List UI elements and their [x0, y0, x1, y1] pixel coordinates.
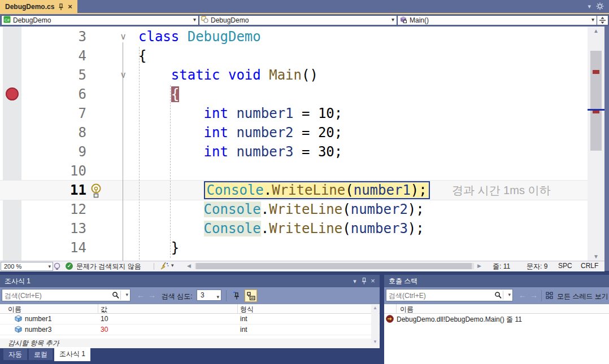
watch-row-number1[interactable]: number110int: [0, 314, 380, 324]
code-text: Console.WriteLine(number1);: [138, 181, 430, 200]
call-stack-frame-0[interactable]: DebugDemo.dll!DebugDemo.Main() 줄 11: [384, 314, 609, 324]
scroll-up-icon[interactable]: ▲: [588, 28, 604, 34]
column-divider[interactable]: [237, 304, 238, 313]
view-all-threads-button[interactable]: 모든 스레드 보기: [557, 292, 608, 301]
member-dropdown[interactable]: Main() ▾: [397, 15, 597, 25]
code-text: int number3 = 30;: [138, 142, 342, 161]
fold-collapse-icon[interactable]: ∨: [116, 65, 130, 85]
code-line-3[interactable]: 3∨class DebugDemo: [0, 27, 588, 46]
split-editor-button[interactable]: [597, 15, 608, 25]
watch-raw-view-button[interactable]: ab: [245, 290, 257, 302]
code-line-9[interactable]: 9 int number3 = 30;: [0, 142, 588, 161]
code-line-6[interactable]: 6 {: [0, 85, 588, 104]
panel-tab-1[interactable]: 로컬: [29, 349, 53, 360]
scroll-down-icon[interactable]: ▼: [371, 339, 379, 344]
code-line-4[interactable]: 4{: [0, 46, 588, 65]
zoom-level-dropdown[interactable]: 200 % ▾: [1, 262, 53, 271]
call-stack-title-bar[interactable]: 호출 스택: [384, 275, 609, 287]
code-token: [138, 106, 204, 121]
close-icon[interactable]: ×: [368, 275, 377, 287]
outline-guide-line: [123, 42, 123, 261]
search-icon[interactable]: [494, 291, 502, 301]
column-header-name: 이름: [400, 305, 414, 314]
watch-search-box[interactable]: ▾: [2, 289, 130, 301]
call-stack-search-input[interactable]: [386, 290, 486, 301]
scroll-up-icon[interactable]: ▲: [371, 305, 379, 310]
vertical-scrollbar[interactable]: ▲ ▼: [588, 27, 604, 261]
search-next-icon[interactable]: →: [148, 291, 156, 300]
watch-pin-properties-button[interactable]: [230, 290, 242, 302]
chevron-down-icon: ▾: [216, 292, 219, 302]
fold-collapse-icon[interactable]: ∨: [116, 27, 130, 46]
scrollbar-thumb[interactable]: [196, 263, 472, 269]
code-line-11[interactable]: 11 Console.WriteLine(number1);경과 시간 1ms …: [0, 181, 588, 200]
horizontal-scrollbar[interactable]: [195, 263, 474, 269]
project-dropdown[interactable]: C# DebugDemo ▾: [1, 15, 199, 25]
close-icon[interactable]: ×: [68, 3, 72, 10]
search-next-icon[interactable]: →: [530, 291, 538, 300]
search-prev-icon[interactable]: ←: [137, 291, 145, 300]
pin-icon[interactable]: [58, 3, 64, 10]
watch-toolbar: ▾ ← → 검색 심도: 3 ▾ ab: [0, 287, 380, 304]
scroll-down-icon[interactable]: ▼: [588, 253, 604, 260]
code-line-10[interactable]: 10: [0, 161, 588, 181]
pin-icon[interactable]: [359, 275, 368, 287]
code-line-5[interactable]: 5∨ static void Main(): [0, 65, 588, 85]
code-token: );: [408, 221, 424, 236]
code-token: [138, 144, 204, 160]
code-line-7[interactable]: 7 int number1 = 10;: [0, 104, 588, 123]
code-line-14[interactable]: 14 }: [0, 238, 588, 257]
chevron-down-icon[interactable]: ▾: [125, 292, 128, 297]
watch-search-input[interactable]: [2, 290, 102, 301]
scrollbar-thumb[interactable]: [590, 51, 602, 151]
watch-panel-title-bar[interactable]: 조사식 1 ▾ ×: [0, 275, 380, 287]
window-position-icon[interactable]: ▾: [350, 275, 359, 287]
watch-value-cell[interactable]: 30: [101, 326, 108, 334]
gear-icon[interactable]: [596, 2, 604, 12]
panel-tab-2[interactable]: 조사식 1: [54, 347, 90, 361]
code-token: .: [264, 182, 272, 198]
code-token: = 10;: [294, 106, 343, 121]
call-stack-title: 호출 스택: [389, 277, 417, 285]
search-icon[interactable]: [112, 291, 119, 301]
code-token: Console: [204, 201, 261, 217]
member-dropdown-value: Main(): [410, 16, 429, 24]
code-line-8[interactable]: 8 int number2 = 20;: [0, 123, 588, 142]
code-editor[interactable]: 3∨class DebugDemo4{5∨ static void Main()…: [0, 27, 588, 261]
type-dropdown[interactable]: DebugDemo ▾: [199, 15, 397, 25]
scroll-right-icon[interactable]: ▶: [477, 263, 481, 269]
code-token: [138, 67, 171, 83]
feedback-icon[interactable]: [53, 262, 61, 272]
lightbulb-icon[interactable]: [90, 183, 102, 200]
health-check-icon[interactable]: ✓: [66, 262, 73, 270]
chevron-down-icon[interactable]: ▾: [171, 262, 174, 268]
call-stack-search-box[interactable]: ▾: [386, 289, 513, 301]
chevron-down-icon[interactable]: ▾: [508, 292, 511, 297]
watch-value-cell[interactable]: 10: [101, 315, 108, 323]
window-dropdown-icon[interactable]: ▾: [588, 3, 591, 10]
line-number: 7: [21, 104, 86, 123]
scroll-left-icon[interactable]: ◀: [187, 263, 191, 269]
divider: [154, 263, 154, 270]
code-token: [261, 67, 269, 83]
watch-scrollbar[interactable]: ▲ ▼: [371, 305, 379, 345]
line-number: 11: [21, 181, 86, 200]
code-token: number2: [236, 125, 293, 141]
line-number: 4: [21, 46, 86, 65]
search-depth-dropdown[interactable]: 3 ▾: [197, 290, 221, 301]
code-line-12[interactable]: 12 Console.WriteLine(number2);: [0, 200, 588, 219]
perf-tip[interactable]: 경과 시간 1ms 이하: [452, 181, 550, 200]
health-message[interactable]: 문제가 검색되지 않음: [76, 262, 141, 271]
code-token: WriteLine: [272, 182, 345, 198]
indent-guide: [170, 85, 171, 258]
document-tab-strip: DebugDemo.cs × ▾: [0, 0, 609, 14]
code-token: = 20;: [294, 125, 343, 141]
divider: [120, 291, 121, 300]
tab-debugdemo-cs[interactable]: DebugDemo.cs ×: [0, 0, 77, 13]
code-line-13[interactable]: 13 Console.WriteLine(number3);: [0, 219, 588, 238]
column-divider[interactable]: [98, 304, 98, 313]
watch-row-number3[interactable]: number330int: [0, 324, 380, 335]
search-prev-icon[interactable]: ←: [519, 291, 527, 300]
panel-tab-0[interactable]: 자동: [3, 349, 27, 360]
code-cleanup-icon[interactable]: [160, 262, 169, 272]
